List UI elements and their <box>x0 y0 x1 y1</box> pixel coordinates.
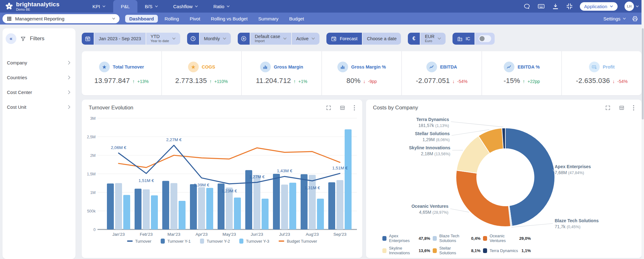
bar-turnover-y-3-sep-23[interactable] <box>345 129 352 229</box>
intercompany-chip[interactable]: IC <box>452 33 475 45</box>
bar-turnover-y-2-mar-23[interactable] <box>170 183 177 230</box>
bar-turnover-y-2-jul-23[interactable] <box>281 185 288 229</box>
line-budget-turnover[interactable] <box>119 148 340 168</box>
bar-turnover-y-2-feb-23[interactable] <box>143 190 150 229</box>
topnav-item-cashflow[interactable]: Cashflow <box>166 0 206 13</box>
bar-turnover-y-1-apr-23[interactable] <box>190 184 197 229</box>
calendar-search-icon[interactable] <box>82 33 94 45</box>
user-menu[interactable]: LH <box>625 2 639 11</box>
grid-icon <box>7 16 12 21</box>
scrollbar[interactable] <box>641 0 644 259</box>
tab-pivot[interactable]: Pivot <box>186 15 204 23</box>
topnav-item-p-l[interactable]: P&L <box>113 0 137 13</box>
bar-turnover-y-1-jul-23[interactable] <box>273 174 280 229</box>
bar-turnover-y-2-jun-23[interactable] <box>253 175 260 230</box>
kpi-card-ebitda[interactable]: EBITDA -2.077.051 ↓ -54% <box>401 51 481 95</box>
bar-turnover-y-3-apr-23[interactable] <box>206 188 213 229</box>
legend-item-apex-enterprises[interactable]: Apex Enterprises 47,8% <box>382 234 432 243</box>
bar-turnover-y-2-jan-23[interactable] <box>115 183 122 230</box>
legend-item-budget-turnover[interactable]: Budget Turnover <box>279 239 317 244</box>
bar-turnover-y-3-aug-23[interactable] <box>317 199 324 229</box>
topnav-item-ratio[interactable]: Ratio <box>206 0 237 13</box>
tab-budget[interactable]: Budget <box>285 15 308 23</box>
table-view-icon[interactable] <box>619 105 625 111</box>
currency-chip[interactable]: EUREuro <box>420 33 446 45</box>
clock-icon[interactable] <box>187 33 199 45</box>
legend-item-skyline-innovations[interactable]: Skyline Innovations 13,6% <box>382 246 432 255</box>
forecast-button[interactable]: Forecast <box>326 33 362 45</box>
topnav-item-label: KPI <box>92 4 100 9</box>
kebab-menu-icon[interactable] <box>353 105 355 111</box>
budget-case-icon[interactable]: B <box>238 33 250 45</box>
ic-toggle[interactable] <box>475 33 495 45</box>
legend-item-turnover[interactable]: Turnover <box>127 239 152 244</box>
fullscreen-icon[interactable] <box>605 105 611 111</box>
choose-date-button[interactable]: Choose a date <box>363 33 401 45</box>
kpi-delta: +1% <box>298 79 307 84</box>
bar-turnover-y-1-aug-23[interactable] <box>301 174 308 229</box>
bar-turnover-y-2-apr-23[interactable] <box>198 187 205 230</box>
bar-turnover-y-2-aug-23[interactable] <box>309 175 316 230</box>
topnav-item-kpi[interactable]: KPI <box>85 0 113 13</box>
legend-item-stellar-solutions[interactable]: Stellar Solutions 8,1% <box>433 246 482 255</box>
workspace-selector[interactable]: Management Reporting <box>3 14 119 23</box>
bar-turnover-y-2-may-23[interactable] <box>226 188 233 229</box>
donut-slice-apex-enterprises[interactable] <box>505 128 555 226</box>
donut-callout-stellar-solutions: Stellar Solutions 1,29M (8,06%) <box>415 131 450 143</box>
topnav-item-b-s[interactable]: B/S <box>137 0 166 13</box>
bar-turnover-y-3-jul-23[interactable] <box>289 183 296 229</box>
tab-dashboard[interactable]: Dashboard <box>125 15 158 23</box>
bar-turnover-y-3-jan-23[interactable] <box>123 195 130 229</box>
kebab-menu-icon[interactable] <box>633 105 635 111</box>
print-icon[interactable] <box>632 15 638 22</box>
sidebar-item-countries[interactable]: Countries <box>3 70 75 85</box>
donut-slice-oceanic-ventures[interactable] <box>456 170 511 227</box>
bar-turnover-y-1-sep-23[interactable] <box>328 182 335 229</box>
euro-icon[interactable]: € <box>408 33 420 45</box>
kpi-card-gross-margin[interactable]: Gross Margin 11.204.712 ↑ +1% <box>241 51 321 95</box>
chat-icon[interactable] <box>523 3 530 10</box>
bar-turnover-y-1-feb-23[interactable] <box>135 189 142 229</box>
sidebar-item-cost-center[interactable]: Cost Center <box>3 85 75 100</box>
kpi-card-cogs[interactable]: ★ COGS 2.773.135 ↑ +110% <box>161 51 242 95</box>
ytd-chip[interactable]: YTDYear to date <box>146 33 180 45</box>
download-icon[interactable] <box>552 3 559 10</box>
tab-rolling[interactable]: Rolling <box>160 15 183 23</box>
tab-label: Rolling <box>164 16 179 21</box>
status-chip[interactable]: Active <box>292 33 320 45</box>
settings-button[interactable]: Settings <box>603 16 626 21</box>
legend-item-turnover-y-1[interactable]: Turnover Y-1 <box>161 239 191 244</box>
fullscreen-icon[interactable] <box>326 105 331 111</box>
legend-item-terra-dynamics[interactable]: Terra Dynamics 1,1% <box>483 246 533 255</box>
kpi-card-gross-margin[interactable]: Gross Margin % 80% ↓ -9pp <box>321 51 402 95</box>
date-range-chip[interactable]: Jan 2023 - Sep 2023 <box>94 33 146 45</box>
legend-item-turnover-y-3[interactable]: Turnover Y-3 <box>239 239 269 244</box>
table-view-icon[interactable] <box>340 105 345 111</box>
kpi-card-profit[interactable]: Profit -2.635.036 ↓ -54% <box>561 51 641 95</box>
bar-turnover-y-3-mar-23[interactable] <box>179 201 186 229</box>
bar-turnover-y-3-jun-23[interactable] <box>262 199 269 229</box>
compress-icon[interactable] <box>566 3 573 10</box>
brand[interactable]: brightanalytics Demo BE <box>0 1 72 11</box>
sidebar-item-company[interactable]: Company <box>3 55 75 70</box>
tab-summary[interactable]: Summary <box>254 15 282 23</box>
bar-turnover-y-1-mar-23[interactable] <box>162 181 169 229</box>
legend-item-turnover-y-2[interactable]: Turnover Y-2 <box>200 239 230 244</box>
tab-rolling-vs-budget[interactable]: Rolling vs Budget <box>207 15 252 23</box>
kpi-card-total-turnover[interactable]: ★ Total Turnover 13.977.847 ↑ +13% <box>82 51 161 95</box>
sidebar-item-cost-unit[interactable]: Cost Unit <box>3 100 75 114</box>
legend-pct: 1,1% <box>521 248 533 253</box>
scrollbar-thumb[interactable] <box>642 28 644 119</box>
legend-item-oceanic-ventures[interactable]: Oceanic Ventures 29,0% <box>483 234 533 243</box>
keyboard-icon[interactable] <box>537 3 545 10</box>
legend-item-blaze-tech-solutions[interactable]: Blaze Tech Solutions 0,4% <box>433 234 482 243</box>
bar-turnover-y-2-sep-23[interactable] <box>336 180 343 229</box>
collapse-sidebar-button[interactable]: « <box>6 33 16 44</box>
bar-turnover-y-1-jan-23[interactable] <box>107 184 114 229</box>
case-chip[interactable]: Default caseImport <box>250 33 291 45</box>
bar-turnover-y-3-may-23[interactable] <box>234 198 241 230</box>
granularity-chip[interactable]: Monthly <box>200 33 231 45</box>
application-button[interactable]: Application <box>580 2 618 11</box>
kpi-card-ebitda[interactable]: EBITDA % -15% ↑ +22pp <box>481 51 562 95</box>
bar-turnover-y-3-feb-23[interactable] <box>151 195 158 229</box>
